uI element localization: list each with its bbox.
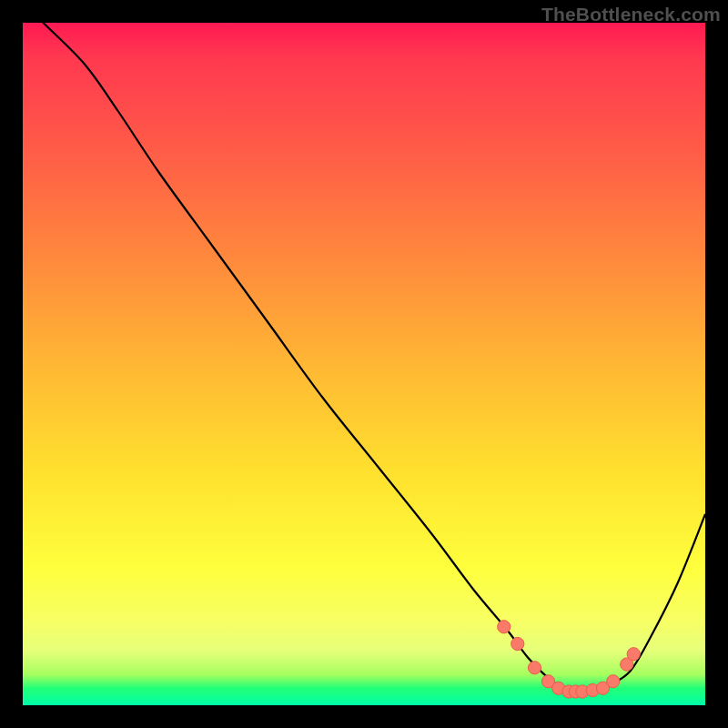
curve-marker [511, 637, 524, 650]
plot-area [23, 23, 705, 705]
curve-layer [23, 23, 705, 705]
bottleneck-curve [23, 3, 705, 693]
curve-markers [498, 621, 641, 699]
watermark-text: TheBottleneck.com [541, 4, 721, 25]
curve-marker [607, 675, 620, 688]
chart-frame: TheBottleneck.com [0, 0, 728, 728]
curve-marker [498, 621, 511, 633]
curve-marker [528, 662, 541, 674]
curve-marker [627, 648, 640, 661]
